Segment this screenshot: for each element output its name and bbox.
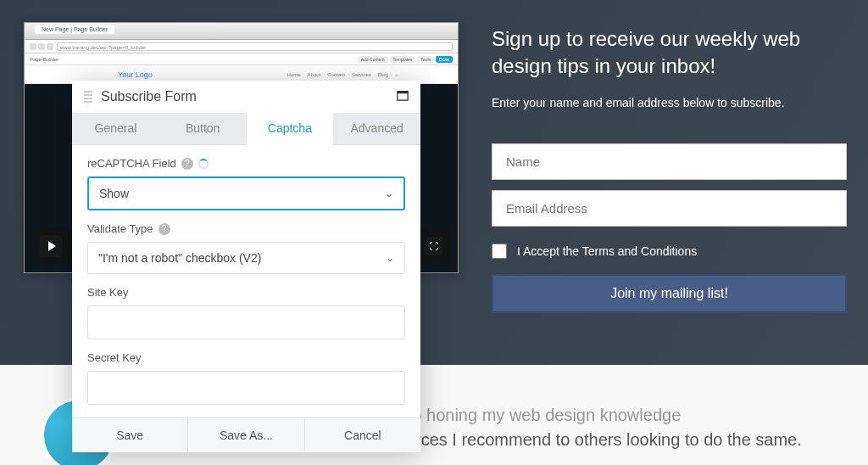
cancel-button[interactable]: Cancel <box>305 418 420 452</box>
recaptcha-label: reCAPTCHA Field <box>87 157 176 170</box>
modal-footer: Save Save As... Cancel <box>72 417 420 452</box>
popout-icon[interactable] <box>397 89 409 104</box>
site-logo: Your Logo <box>118 70 153 79</box>
hero-subtitle: Enter your name and email address below … <box>492 96 847 109</box>
sitekey-input[interactable] <box>87 305 405 339</box>
validate-type-group: Validate Type ? "I'm not a robot" checkb… <box>87 222 405 274</box>
save-button[interactable]: Save <box>72 418 188 452</box>
secretkey-input[interactable] <box>87 371 405 405</box>
secretkey-label: Secret Key <box>87 351 142 364</box>
loading-spinner-icon <box>198 159 209 169</box>
hero-section: Sign up to receive our weekly web design… <box>492 25 847 313</box>
url-field: www.training.dev/wp-?page=fl_builder <box>57 42 453 51</box>
modal-header: Subscribe Form <box>72 81 420 113</box>
fullscreen-icon: ⛶ <box>424 237 442 255</box>
help-icon[interactable]: ? <box>181 158 193 170</box>
browser-titlebar: New Page | Page Builder <box>25 23 458 40</box>
pagebuilder-label: Page Builder <box>30 57 58 62</box>
nav-buttons <box>30 43 53 50</box>
modal-body[interactable]: reCAPTCHA Field ? Show ⌄ Validate Type ?… <box>72 145 420 417</box>
chevron-down-icon: ⌄ <box>386 252 394 264</box>
drag-handle-icon[interactable] <box>84 91 92 103</box>
browser-tab: New Page | Page Builder <box>35 25 114 34</box>
tab-button[interactable]: Button <box>159 113 247 144</box>
subscribe-form-modal: Subscribe Form General Button Captcha Ad… <box>72 81 420 452</box>
validate-select[interactable]: "I'm not a robot" checkbox (V2) ⌄ <box>87 242 405 274</box>
save-as-button[interactable]: Save As... <box>188 418 304 452</box>
site-nav: HomeAboutContactServicesBlog ⌕ <box>287 72 398 77</box>
recaptcha-select[interactable]: Show ⌄ <box>87 176 405 210</box>
chevron-down-icon: ⌄ <box>385 188 393 199</box>
validate-label: Validate Type <box>87 222 153 235</box>
toolbar-tools: Tools <box>417 56 434 63</box>
name-input[interactable] <box>492 143 847 180</box>
modal-tabs: General Button Captcha Advanced <box>72 113 420 145</box>
recaptcha-field-group: reCAPTCHA Field ? Show ⌄ <box>87 157 405 210</box>
sitekey-group: Site Key <box>87 286 405 339</box>
email-input[interactable] <box>492 190 847 227</box>
terms-row: I Accept the Terms and Conditions <box>492 244 847 259</box>
svg-rect-1 <box>398 92 408 94</box>
tab-advanced[interactable]: Advanced <box>333 113 420 144</box>
toolbar-templates: Templates <box>390 56 416 63</box>
sitekey-label: Site Key <box>87 286 128 299</box>
join-button[interactable]: Join my mailing list! <box>492 274 847 313</box>
hero-title: Sign up to receive our weekly web design… <box>492 25 847 81</box>
tab-captcha[interactable]: Captcha <box>247 113 334 145</box>
modal-title: Subscribe Form <box>101 89 397 104</box>
play-icon <box>40 235 62 257</box>
help-icon[interactable]: ? <box>159 223 170 235</box>
pagebuilder-toolbar: Page Builder Add Content Templates Tools… <box>25 53 458 65</box>
theme-group: Theme Light ⌄ <box>87 417 405 417</box>
terms-label: I Accept the Terms and Conditions <box>517 244 697 258</box>
theme-label: Theme <box>87 417 121 417</box>
search-icon: ⌕ <box>395 72 398 77</box>
secretkey-group: Secret Key <box>87 351 405 405</box>
toolbar-add: Add Content <box>358 56 388 63</box>
browser-urlbar: www.training.dev/wp-?page=fl_builder <box>25 40 458 53</box>
toolbar-done: Done <box>436 56 453 63</box>
tab-general[interactable]: General <box>72 113 159 144</box>
terms-checkbox[interactable] <box>492 244 507 259</box>
